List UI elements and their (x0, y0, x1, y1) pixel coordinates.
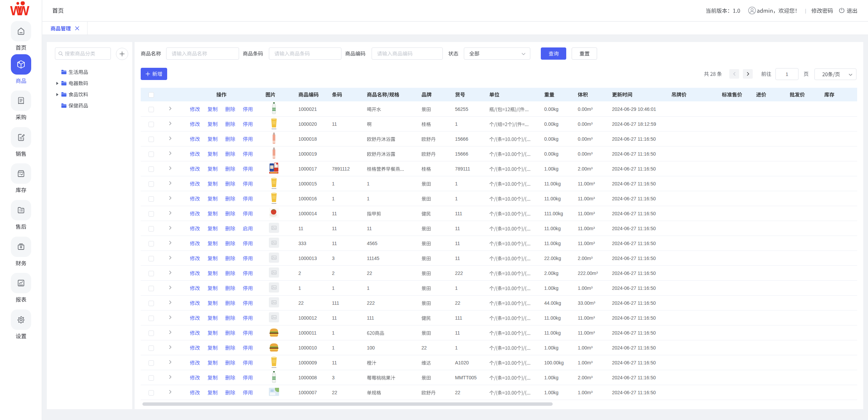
svg-text:W: W (18, 4, 30, 16)
